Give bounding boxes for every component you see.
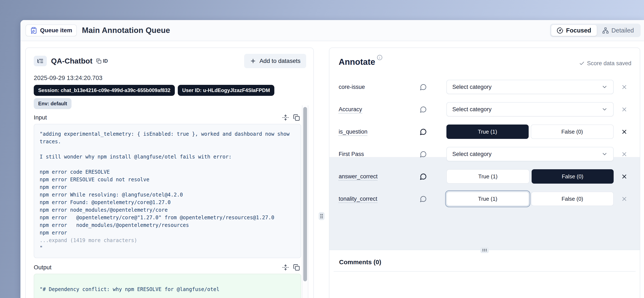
expand-input-button[interactable]: ...expand (1419 more characters) — [40, 237, 295, 244]
comment-icon[interactable] — [420, 195, 429, 202]
score-control: True (1)False (0) — [446, 192, 614, 206]
comment-icon[interactable] — [420, 106, 429, 113]
score-control: True (1)False (0) — [446, 169, 614, 184]
select-placeholder: Select category — [452, 106, 492, 113]
toggle-detailed-label: Detailed — [612, 27, 634, 34]
score-control: True (1)False (0) — [446, 125, 614, 139]
info-icon[interactable] — [377, 55, 382, 61]
score-true-button[interactable]: True (1) — [446, 125, 529, 139]
select-placeholder: Select category — [452, 151, 492, 157]
trace-icon-badge — [34, 56, 47, 66]
user-id-badge[interactable]: User ID: u-HLdEogyJlzazF4SIaFPDM — [178, 85, 274, 96]
clear-score-button[interactable] — [620, 84, 629, 91]
copy-icon[interactable] — [293, 114, 300, 121]
check-icon — [579, 61, 585, 66]
boolean-score-group: True (1)False (0) — [446, 169, 614, 184]
close-icon — [621, 196, 628, 202]
output-code-block: "# Dependency conflict: why npm ERESOLVE… — [34, 274, 301, 298]
output-section-header: Output — [34, 264, 300, 271]
collapse-icon[interactable] — [282, 264, 289, 271]
clear-score-button[interactable] — [620, 151, 629, 158]
boolean-score-group: True (1)False (0) — [446, 125, 614, 139]
toggle-focused[interactable]: Focused — [551, 25, 596, 36]
score-row: core-issueSelect category — [339, 80, 629, 94]
score-label: core-issue — [339, 84, 420, 90]
input-code-block: "adding experimental_telemetry: { isEnab… — [34, 124, 301, 258]
id-label: ID — [103, 58, 108, 64]
plus-icon — [250, 58, 256, 64]
badge-row: Session: chat_b13e4216-c09e-499d-a39c-65… — [34, 85, 305, 96]
score-category-select[interactable]: Select category — [446, 147, 614, 161]
queue-badge-label: Queue item — [40, 27, 72, 34]
clear-score-button[interactable] — [620, 173, 629, 180]
score-label: is_question — [339, 129, 420, 135]
score-true-button[interactable]: True (1) — [446, 192, 529, 206]
score-control: Select category — [446, 147, 614, 161]
env-badge: Env: default — [34, 98, 72, 109]
gauge-icon — [557, 27, 563, 34]
badge-row: Env: default — [34, 98, 305, 109]
output-label: Output — [34, 264, 52, 271]
score-row: is_questionTrue (1)False (0) — [339, 125, 629, 139]
input-actions — [282, 114, 300, 121]
score-rows: core-issueSelect categoryAccuracySelect … — [330, 80, 640, 206]
list-tree-icon — [37, 58, 44, 64]
collapse-icon[interactable] — [282, 114, 289, 121]
trace-timestamp: 2025-09-29 13:24:20.703 — [34, 75, 305, 82]
score-label: First Pass — [339, 151, 420, 157]
score-category-select[interactable]: Select category — [446, 80, 614, 94]
add-to-datasets-label: Add to datasets — [259, 58, 300, 64]
score-false-button[interactable]: False (0) — [532, 169, 614, 184]
score-row: answer_correctTrue (1)False (0) — [339, 169, 629, 184]
score-category-select[interactable]: Select category — [446, 102, 614, 117]
section-resize-handle[interactable] — [480, 247, 489, 253]
score-false-button[interactable]: False (0) — [531, 192, 614, 206]
grip-dots-icon — [482, 248, 487, 252]
toggle-focused-label: Focused — [566, 27, 591, 34]
close-icon — [621, 129, 628, 135]
copy-icon — [96, 59, 102, 64]
panel-resize-handle[interactable] — [319, 212, 324, 220]
comments-divider — [334, 271, 636, 272]
comment-icon[interactable] — [420, 128, 429, 135]
clear-score-button[interactable] — [620, 106, 629, 113]
add-to-datasets-button[interactable]: Add to datasets — [244, 54, 306, 68]
save-status-label: Score data saved — [587, 60, 631, 67]
copy-icon[interactable] — [293, 264, 300, 271]
input-section-header: Input — [34, 114, 300, 121]
comment-bubble-icon — [420, 106, 427, 113]
annotate-panel: Annotate Score data saved core-issueSele… — [329, 48, 640, 298]
comment-icon[interactable] — [420, 151, 429, 158]
save-status: Score data saved — [579, 60, 631, 67]
close-icon — [621, 173, 628, 180]
trace-title: QA-Chatbot — [51, 57, 92, 65]
comment-icon[interactable] — [420, 84, 429, 91]
clear-score-button[interactable] — [620, 128, 629, 135]
scrollbar-thumb[interactable] — [303, 107, 307, 281]
trace-scrollbar[interactable] — [302, 105, 308, 298]
close-icon — [621, 106, 628, 113]
session-badge[interactable]: Session: chat_b13e4216-c09e-499d-a39c-65… — [34, 85, 175, 96]
score-label: tonality_correct — [339, 196, 420, 202]
output-code-lines: "# Dependency conflict: why npm ERESOLVE… — [40, 285, 295, 293]
input-code-lines: "adding experimental_telemetry: { isEnab… — [40, 130, 295, 237]
close-icon — [621, 151, 628, 157]
toggle-detailed[interactable]: Detailed — [597, 25, 639, 36]
clear-score-button[interactable] — [620, 195, 629, 202]
comment-icon[interactable] — [420, 173, 429, 180]
close-icon — [621, 84, 628, 90]
score-false-button[interactable]: False (0) — [531, 125, 614, 139]
page-title: Main Annotation Queue — [82, 26, 170, 35]
view-mode-toggle: Focused Detailed — [550, 24, 641, 37]
page-header: Queue item Main Annotation Queue Focused… — [20, 20, 644, 41]
annotate-header: Annotate Score data saved — [339, 57, 631, 67]
network-icon — [602, 27, 609, 34]
score-label: Accuracy — [339, 106, 420, 113]
select-placeholder: Select category — [452, 84, 492, 90]
boolean-score-group: True (1)False (0) — [446, 192, 614, 206]
copy-id-button[interactable]: ID — [96, 58, 108, 64]
main-window: Queue item Main Annotation Queue Focused… — [20, 20, 644, 298]
comment-bubble-icon — [420, 173, 427, 180]
score-true-button[interactable]: True (1) — [446, 169, 530, 184]
output-actions — [282, 264, 300, 271]
